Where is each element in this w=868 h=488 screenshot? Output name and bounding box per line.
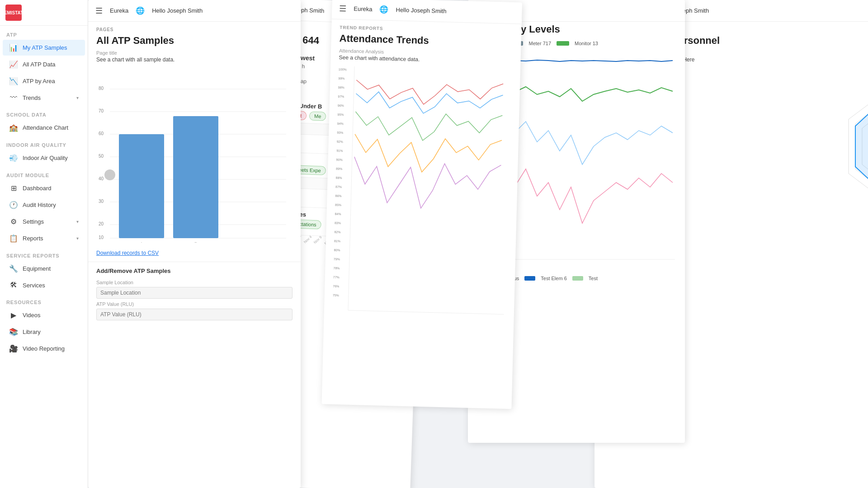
svg-text:99%: 99% (338, 77, 344, 80)
main-content: ☰ Eureka 🌐 Hello Joseph Smith PAGES Audi… (88, 0, 868, 488)
sidebar-item-reports[interactable]: 📋 Reports ▾ (3, 230, 85, 246)
svg-text:81%: 81% (334, 239, 340, 243)
svg-text:82%: 82% (334, 230, 340, 234)
svg-text:50: 50 (99, 154, 104, 159)
trends-icon: 〰 (9, 94, 18, 102)
hamburger-icon[interactable]: ☰ (95, 6, 103, 16)
atp-nav: ☰ Eureka 🌐 Hello Joseph Smith (88, 0, 301, 22)
svg-text:40: 40 (99, 176, 104, 181)
svg-text:10: 10 (99, 235, 104, 240)
equipment-icon: 🔧 (9, 264, 18, 273)
sidebar-item-services[interactable]: 🛠 Services (3, 277, 85, 293)
svg-text:92%: 92% (337, 140, 343, 143)
sidebar-item-label: Audit History (23, 202, 56, 208)
panel-attendance-trends: ☰ Eureka 🌐 Hello Joseph Smith TREND REPO… (322, 0, 522, 409)
sidebar-item-dashboard[interactable]: ⊞ Dashboard (3, 180, 85, 196)
section-service-reports: SERVICE REPORTS (0, 247, 88, 260)
svg-text:98%: 98% (338, 86, 344, 89)
logo-area: SEMI STATS (0, 0, 88, 26)
nav-user: Hello Joseph Smith (396, 6, 446, 14)
section-resources: RESOURCES (0, 293, 88, 307)
school-icon: 🏫 (9, 123, 18, 132)
section-school-data: SCHOOL DATA (0, 106, 88, 119)
sidebar-item-label: Services (23, 282, 45, 289)
reports-icon: 📋 (9, 234, 18, 243)
radar-chart: 100 90 80 70 60 50 40 30 20 10 (821, 83, 868, 210)
sidebar-item-indoor-air-quality[interactable]: 💨 Indoor Air Quality (3, 150, 85, 166)
sidebar-item-label: Settings (23, 218, 44, 225)
sidebar: SEMI STATS ATP 📊 My ATP Samples 📈 All AT… (0, 0, 88, 488)
sidebar-item-library[interactable]: 📚 Library (3, 324, 85, 340)
svg-text:96%: 96% (338, 104, 344, 107)
svg-text:76%: 76% (333, 285, 339, 288)
globe-icon: 🌐 (379, 5, 388, 14)
sidebar-item-label: My ATP Samples (23, 44, 67, 51)
sample-location-label: Sample Location (88, 278, 301, 286)
svg-text:89%: 89% (336, 167, 342, 170)
svg-line-32 (348, 66, 354, 310)
sidebar-item-label: Videos (23, 312, 41, 319)
air-icon: 💨 (9, 154, 18, 162)
trends-chart: 100% 99% 98% 97% 96% 95% 94% 93% 92% 91%… (332, 66, 510, 333)
sidebar-item-my-atp-samples[interactable]: 📊 My ATP Samples (3, 40, 85, 56)
atp-section-tag: PAGES (88, 22, 301, 33)
camera-icon: 🎥 (9, 344, 18, 353)
sidebar-item-audit-history[interactable]: 🕐 Audit History (3, 197, 85, 213)
svg-text:95%: 95% (337, 113, 344, 116)
globe-icon: 🌐 (136, 6, 145, 15)
svg-text:78%: 78% (333, 267, 340, 270)
atp-title: All ATP Samples (88, 33, 301, 50)
sidebar-item-trends[interactable]: 〰 Trends ▾ (3, 90, 85, 105)
legend-color-monitor (557, 41, 569, 46)
sidebar-item-label: Trends (23, 94, 41, 101)
svg-text:84%: 84% (335, 212, 341, 216)
svg-marker-5 (855, 99, 868, 194)
legend-test-elem6 (524, 276, 535, 281)
svg-text:60: 60 (99, 131, 104, 136)
chevron-down-icon: ▾ (76, 219, 79, 224)
sidebar-item-label: Indoor Air Quality (23, 155, 68, 161)
sidebar-item-label: Equipment (23, 265, 51, 272)
chart-icon: 📊 (9, 43, 18, 52)
library-icon: 📚 (9, 328, 18, 336)
atp-value-label: ATP Value (RLU) (88, 300, 301, 308)
svg-text:85%: 85% (335, 203, 341, 206)
sidebar-item-attendance-chart[interactable]: 🏫 Attendance Chart (3, 120, 85, 136)
panel-atp-samples: ☰ Eureka 🌐 Hello Joseph Smith PAGES All … (88, 0, 301, 488)
sidebar-item-equipment[interactable]: 🔧 Equipment (3, 261, 85, 277)
sidebar-item-label: Reports (23, 235, 43, 242)
svg-text:80%: 80% (334, 249, 340, 252)
sidebar-item-video-reporting[interactable]: 🎥 Video Reporting (3, 341, 85, 357)
services-icon: 🛠 (9, 281, 18, 289)
atp-value-input[interactable] (96, 309, 292, 320)
bar-1 (119, 134, 164, 238)
download-csv-link[interactable]: Download records to CSV (88, 248, 301, 258)
legend-label-test: Test (589, 276, 598, 281)
svg-text:77%: 77% (333, 276, 340, 279)
nav-user: Hello Joseph Smith (152, 7, 203, 14)
section-atp: ATP (0, 26, 88, 39)
sidebar-item-label: All ATP Data (23, 61, 56, 68)
svg-text:97%: 97% (338, 95, 344, 98)
badge-meets[interactable]: Me (309, 111, 326, 121)
sidebar-item-videos[interactable]: ▶ Videos (3, 307, 85, 323)
svg-text:79%: 79% (334, 258, 340, 261)
sample-location-input[interactable] (96, 287, 292, 299)
svg-text:75%: 75% (333, 294, 339, 297)
sidebar-item-atp-by-area[interactable]: 📉 ATP by Area (3, 73, 85, 89)
legend-label-monitor: Monitor 13 (575, 41, 598, 46)
svg-text:83%: 83% (335, 221, 341, 225)
sidebar-item-settings[interactable]: ⚙ Settings ▾ (3, 214, 85, 230)
sidebar-item-label: Video Reporting (23, 345, 65, 352)
svg-text:91%: 91% (336, 149, 343, 152)
atp-subtitle-label: Page title (88, 50, 301, 56)
history-icon: 🕐 (9, 201, 18, 209)
sidebar-item-all-atp-data[interactable]: 📈 All ATP Data (3, 56, 85, 72)
hamburger-icon[interactable]: ☰ (339, 3, 347, 13)
chart-indicator (104, 169, 115, 180)
atp-bar-chart: 80 70 60 50 40 30 20 10 (96, 71, 286, 243)
bar-2 (173, 116, 218, 238)
section-audit-module: AUDIT MODULE (0, 166, 88, 180)
sidebar-item-label: Dashboard (23, 185, 52, 192)
chevron-down-icon: ▾ (76, 236, 79, 241)
